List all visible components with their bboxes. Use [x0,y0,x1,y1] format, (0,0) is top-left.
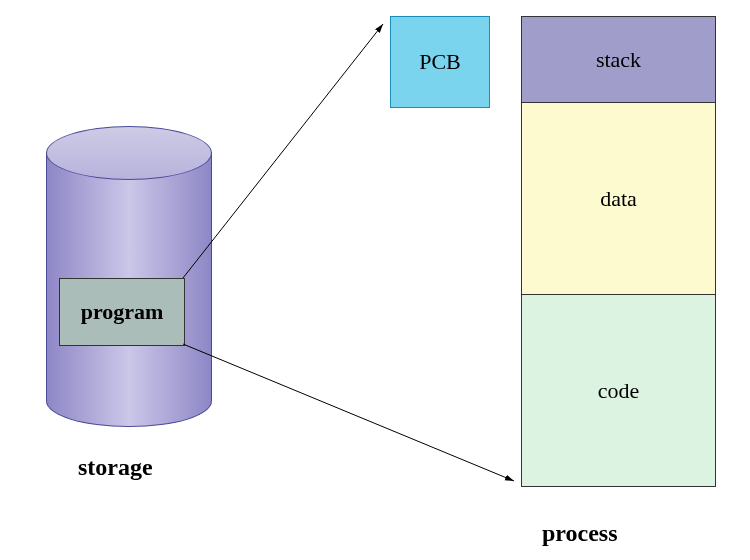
process-label: process [542,520,618,547]
code-segment: code [521,295,716,487]
svg-line-1 [183,344,514,481]
data-segment: data [521,103,716,295]
stack-label: stack [596,47,641,73]
stack-segment: stack [521,16,716,103]
program-box: program [59,278,185,346]
svg-line-0 [183,24,383,278]
data-label: data [600,186,637,212]
process-memory-block: stack data code [521,16,716,487]
code-label: code [598,378,640,404]
diagram-canvas: program storage PCB stack data code proc… [0,0,750,560]
program-label: program [81,299,164,325]
pcb-label: PCB [419,49,461,75]
storage-cylinder-top [46,126,212,180]
pcb-box: PCB [390,16,490,108]
storage-cylinder-body [46,152,212,400]
storage-cylinder-bottom [46,374,212,427]
storage-label: storage [78,454,153,481]
